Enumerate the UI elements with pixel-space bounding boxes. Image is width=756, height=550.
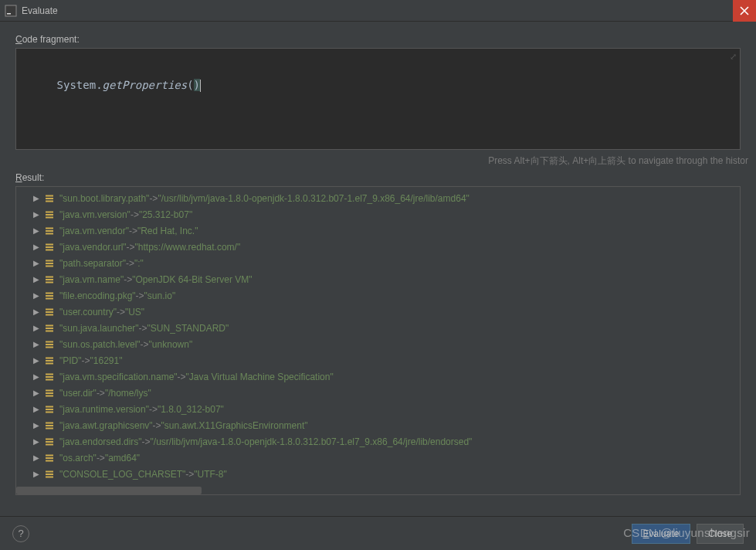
expand-arrow-icon[interactable]: ▶ xyxy=(33,405,41,413)
dialog-footer: ? Evaluate Close xyxy=(0,516,756,550)
entry-value: "Red Hat, Inc." xyxy=(137,226,198,236)
svg-rect-1 xyxy=(7,13,11,15)
map-entry-icon xyxy=(44,209,55,220)
tree-row[interactable]: ▶"java.vm.vendor" -> "Red Hat, Inc." xyxy=(16,222,740,239)
expand-arrow-icon[interactable]: ▶ xyxy=(33,324,41,332)
tree-row[interactable]: ▶"os.arch" -> "amd64" xyxy=(16,450,740,466)
entry-key: "sun.os.patch.level" xyxy=(59,339,141,350)
expand-arrow-icon[interactable]: ▶ xyxy=(33,421,41,429)
tree-row[interactable]: ▶"path.separator" -> ":" xyxy=(16,255,740,271)
expand-icon[interactable]: ⤢ xyxy=(730,52,737,62)
svg-rect-26 xyxy=(46,324,53,326)
svg-rect-6 xyxy=(46,214,53,216)
svg-rect-8 xyxy=(46,227,53,229)
code-token-object: System xyxy=(57,79,97,91)
evaluate-button[interactable]: Evaluate xyxy=(632,524,691,544)
tree-row[interactable]: ▶"java.runtime.version" -> "1.8.0_312-b0… xyxy=(16,401,740,417)
svg-rect-51 xyxy=(46,457,53,459)
code-fragment-input[interactable]: System.getProperties() ⤢ xyxy=(15,48,741,150)
tree-row[interactable]: ▶"file.encoding.pkg" -> "sun.io" xyxy=(16,287,740,304)
tree-row[interactable]: ▶"java.awt.graphicsenv" -> "sun.awt.X11G… xyxy=(16,417,740,433)
expand-arrow-icon[interactable]: ▶ xyxy=(33,210,41,219)
tree-row[interactable]: ▶"user.country" -> "US" xyxy=(16,304,740,320)
svg-rect-50 xyxy=(46,454,53,456)
svg-rect-49 xyxy=(46,443,53,445)
arrow-separator: -> xyxy=(185,469,194,480)
expand-arrow-icon[interactable]: ▶ xyxy=(33,259,41,267)
expand-arrow-icon[interactable]: ▶ xyxy=(33,307,41,316)
expand-arrow-icon[interactable]: ▶ xyxy=(33,372,41,381)
svg-rect-44 xyxy=(46,422,53,423)
expand-arrow-icon[interactable]: ▶ xyxy=(33,453,41,462)
close-button[interactable]: Close xyxy=(697,524,744,544)
tree-row[interactable]: ▶"java.vm.name" -> "OpenJDK 64-Bit Serve… xyxy=(16,271,740,287)
svg-rect-22 xyxy=(46,297,53,299)
entry-key: "sun.java.launcher" xyxy=(59,323,139,334)
svg-rect-41 xyxy=(46,406,53,407)
entry-value: ":" xyxy=(134,258,144,269)
expand-arrow-icon[interactable]: ▶ xyxy=(33,194,41,202)
svg-rect-18 xyxy=(46,279,53,280)
expand-arrow-icon[interactable]: ▶ xyxy=(33,291,41,300)
svg-rect-39 xyxy=(46,392,53,394)
map-entry-icon xyxy=(44,388,55,399)
arrow-separator: -> xyxy=(178,372,186,382)
entry-value: "amd64" xyxy=(105,453,140,463)
entry-key: "PID" xyxy=(59,355,82,366)
horizontal-scrollbar[interactable] xyxy=(16,487,202,494)
svg-rect-16 xyxy=(46,265,53,267)
help-button[interactable]: ? xyxy=(12,525,29,542)
entry-key: "os.arch" xyxy=(59,453,97,463)
expand-arrow-icon[interactable]: ▶ xyxy=(33,389,41,397)
tree-row[interactable]: ▶"user.dir" -> "/home/lys" xyxy=(16,385,740,401)
entry-key: "file.encoding.pkg" xyxy=(59,290,136,301)
svg-rect-55 xyxy=(46,476,53,477)
tree-row[interactable]: ▶"PID" -> "16291" xyxy=(16,352,740,368)
entry-value: "OpenJDK 64-Bit Server VM" xyxy=(132,274,252,285)
svg-rect-47 xyxy=(46,438,53,440)
arrow-separator: -> xyxy=(153,420,161,431)
map-entry-icon xyxy=(44,420,55,431)
arrow-separator: -> xyxy=(136,290,144,301)
expand-arrow-icon[interactable]: ▶ xyxy=(33,437,41,446)
expand-arrow-icon[interactable]: ▶ xyxy=(33,340,41,348)
arrow-separator: -> xyxy=(141,339,149,350)
text-cursor xyxy=(200,80,201,92)
expand-arrow-icon[interactable]: ▶ xyxy=(33,226,41,235)
entry-value: "/usr/lib/jvm/java-1.8.0-openjdk-1.8.0.3… xyxy=(158,193,469,204)
matched-paren: ) xyxy=(194,79,200,91)
tree-row[interactable]: ▶"java.vm.version" -> "25.312-b07" xyxy=(16,206,740,222)
arrow-separator: -> xyxy=(131,209,139,220)
tree-row[interactable]: ▶"sun.os.patch.level" -> "unknown" xyxy=(16,336,740,352)
entry-key: "CONSOLE_LOG_CHARSET" xyxy=(59,469,185,480)
map-entry-icon xyxy=(44,436,55,447)
arrow-separator: -> xyxy=(149,193,158,204)
tree-row[interactable]: ▶"java.vendor.url" -> "https://www.redha… xyxy=(16,239,740,255)
entry-value: "https://www.redhat.com/" xyxy=(135,242,241,253)
svg-rect-2 xyxy=(46,195,53,196)
expand-arrow-icon[interactable]: ▶ xyxy=(33,470,41,478)
svg-rect-20 xyxy=(46,292,53,294)
expand-arrow-icon[interactable]: ▶ xyxy=(33,243,41,251)
window-title: Evaluate xyxy=(22,5,58,16)
entry-key: "java.endorsed.dirs" xyxy=(59,436,142,447)
svg-rect-7 xyxy=(46,216,53,218)
entry-value: "unknown" xyxy=(149,339,193,350)
map-entry-icon xyxy=(44,355,55,366)
window-close-button[interactable] xyxy=(733,0,756,22)
entry-key: "user.country" xyxy=(59,307,117,317)
svg-rect-10 xyxy=(46,233,53,234)
map-entry-icon xyxy=(44,290,55,301)
expand-arrow-icon[interactable]: ▶ xyxy=(33,356,41,365)
tree-row[interactable]: ▶"java.endorsed.dirs" -> "/usr/lib/jvm/j… xyxy=(16,433,740,450)
tree-row[interactable]: ▶"CONSOLE_LOG_CHARSET" -> "UTF-8" xyxy=(16,466,740,482)
tree-row[interactable]: ▶"sun.boot.library.path" -> "/usr/lib/jv… xyxy=(16,190,740,206)
tree-row[interactable]: ▶"sun.java.launcher" -> "SUN_STANDARD" xyxy=(16,320,740,336)
svg-rect-30 xyxy=(46,344,53,345)
svg-rect-17 xyxy=(46,276,53,277)
tree-row[interactable]: ▶"java.vm.specification.name" -> "Java V… xyxy=(16,368,740,385)
arrow-separator: -> xyxy=(126,258,134,269)
expand-arrow-icon[interactable]: ▶ xyxy=(33,275,41,283)
entry-value: "sun.io" xyxy=(144,290,176,301)
result-box[interactable]: ▶"sun.boot.library.path" -> "/usr/lib/jv… xyxy=(15,186,741,495)
